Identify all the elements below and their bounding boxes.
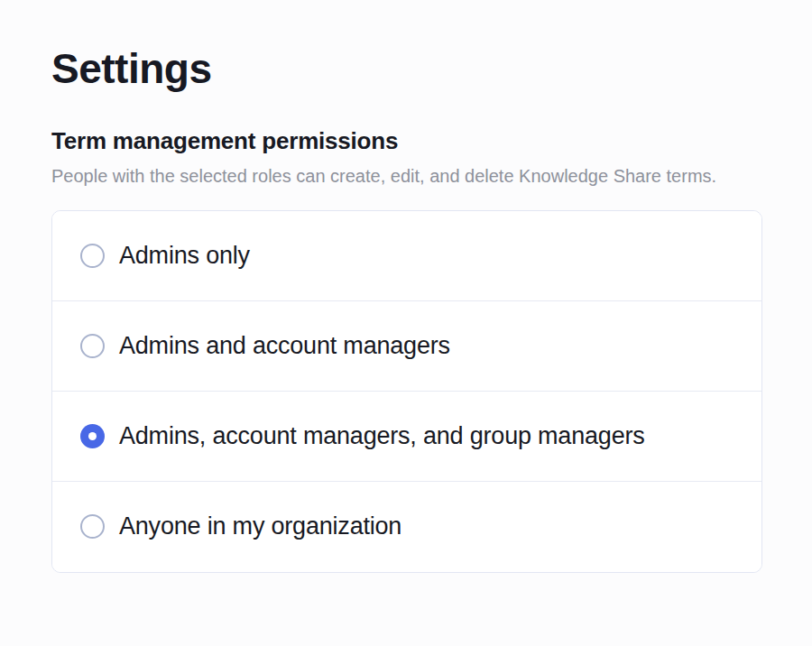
option-label: Admins and account managers	[119, 332, 450, 360]
permissions-radio-group: Admins only Admins and account managers …	[51, 210, 762, 573]
radio-button-icon[interactable]	[80, 334, 105, 358]
section-heading: Term management permissions	[51, 127, 762, 155]
radio-button-icon[interactable]	[80, 424, 105, 448]
option-admins-only[interactable]: Admins only	[52, 211, 761, 301]
option-anyone-in-organization[interactable]: Anyone in my organization	[52, 482, 761, 572]
section-description: People with the selected roles can creat…	[51, 163, 719, 189]
radio-button-icon[interactable]	[80, 514, 105, 539]
option-admins-account-managers[interactable]: Admins and account managers	[52, 301, 761, 392]
option-label: Admins, account managers, and group mana…	[119, 422, 645, 450]
settings-page: Settings Term management permissions Peo…	[0, 0, 812, 573]
radio-button-icon[interactable]	[80, 244, 105, 268]
option-admins-account-group-managers[interactable]: Admins, account managers, and group mana…	[52, 392, 761, 482]
option-label: Admins only	[119, 242, 250, 270]
page-title: Settings	[51, 45, 762, 93]
option-label: Anyone in my organization	[119, 512, 401, 540]
